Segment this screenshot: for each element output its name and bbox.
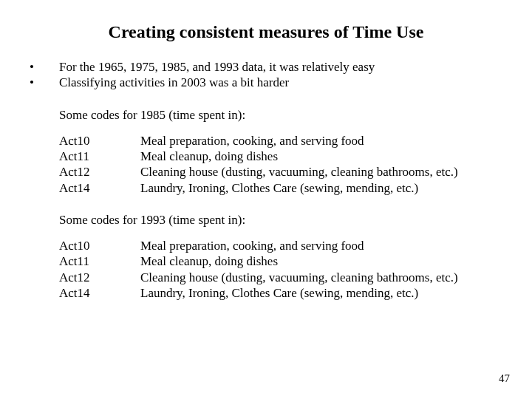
code-desc: Meal cleanup, doing dishes — [140, 253, 502, 269]
code-row: Act10 Meal preparation, cooking, and ser… — [59, 133, 502, 149]
code-key: Act14 — [59, 285, 140, 301]
bullet-list: • For the 1965, 1975, 1985, and 1993 dat… — [30, 59, 502, 91]
code-row: Act10 Meal preparation, cooking, and ser… — [59, 238, 502, 253]
code-desc: Meal preparation, cooking, and serving f… — [140, 133, 502, 149]
bullet-text: For the 1965, 1975, 1985, and 1993 data,… — [59, 59, 502, 75]
code-desc: Cleaning house (dusting, vacuuming, clea… — [140, 164, 502, 180]
bullet-marker-icon: • — [30, 75, 59, 90]
bullet-item: • Classifying activities in 2003 was a b… — [30, 75, 502, 90]
codes-1993: Act10 Meal preparation, cooking, and ser… — [59, 238, 502, 301]
bullet-item: • For the 1965, 1975, 1985, and 1993 dat… — [30, 59, 502, 75]
code-row: Act11 Meal cleanup, doing dishes — [59, 253, 502, 269]
code-desc: Laundry, Ironing, Clothes Care (sewing, … — [140, 180, 502, 196]
code-key: Act10 — [59, 133, 140, 149]
code-key: Act12 — [59, 164, 140, 180]
codes-1985: Act10 Meal preparation, cooking, and ser… — [59, 133, 502, 196]
code-row: Act14 Laundry, Ironing, Clothes Care (se… — [59, 285, 502, 301]
code-key: Act10 — [59, 238, 140, 253]
code-row: Act14 Laundry, Ironing, Clothes Care (se… — [59, 180, 502, 196]
bullet-text: Classifying activities in 2003 was a bit… — [59, 75, 502, 90]
slide-title: Creating consistent measures of Time Use — [30, 21, 502, 43]
code-key: Act11 — [59, 149, 140, 164]
code-row: Act11 Meal cleanup, doing dishes — [59, 149, 502, 164]
code-row: Act12 Cleaning house (dusting, vacuuming… — [59, 270, 502, 285]
section-1993-label: Some codes for 1993 (time spent in): — [59, 212, 502, 228]
page-number: 47 — [499, 372, 510, 386]
code-key: Act11 — [59, 253, 140, 269]
bullet-marker-icon: • — [30, 59, 59, 75]
slide: Creating consistent measures of Time Use… — [0, 0, 532, 399]
code-desc: Meal preparation, cooking, and serving f… — [140, 238, 502, 253]
code-key: Act12 — [59, 270, 140, 285]
section-1985-label: Some codes for 1985 (time spent in): — [59, 107, 502, 123]
code-desc: Cleaning house (dusting, vacuuming, clea… — [140, 270, 502, 285]
code-desc: Laundry, Ironing, Clothes Care (sewing, … — [140, 285, 502, 301]
code-row: Act12 Cleaning house (dusting, vacuuming… — [59, 164, 502, 180]
code-key: Act14 — [59, 180, 140, 196]
code-desc: Meal cleanup, doing dishes — [140, 149, 502, 164]
